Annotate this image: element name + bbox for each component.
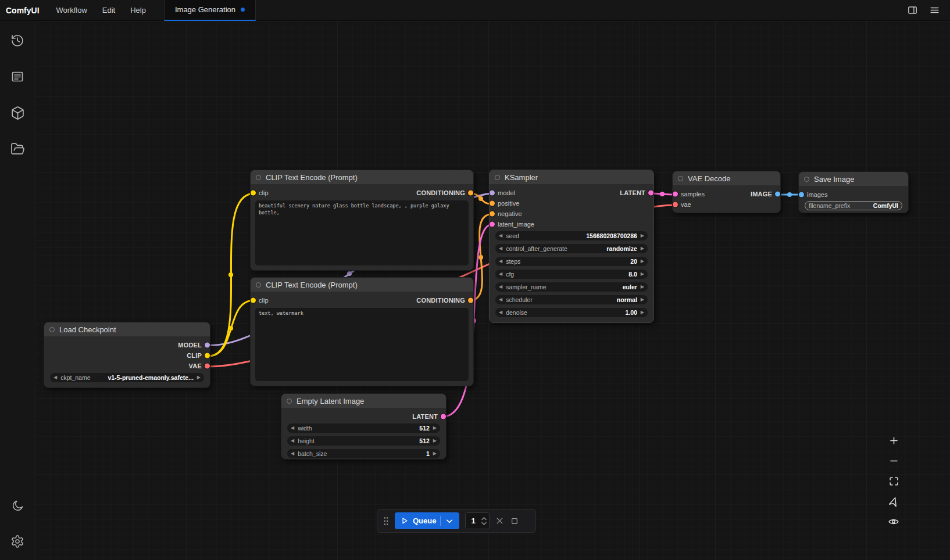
decrement-icon[interactable]: ◀ xyxy=(291,426,294,430)
increment-icon[interactable]: ▶ xyxy=(197,375,201,380)
workflows-icon[interactable] xyxy=(7,138,28,159)
denoise-widget[interactable]: ◀ denoise 1.00 ▶ xyxy=(495,308,648,317)
prompt-textarea[interactable]: beautiful scenery nature glass bottle la… xyxy=(255,200,469,265)
increment-icon[interactable]: ▶ xyxy=(641,297,644,302)
steps-widget[interactable]: ◀ steps 20 ▶ xyxy=(495,257,648,266)
menu-help[interactable]: Help xyxy=(130,6,146,15)
conditioning-output-dot[interactable] xyxy=(468,191,473,196)
collapse-dot-icon[interactable] xyxy=(678,176,683,181)
clip-output-dot[interactable] xyxy=(205,353,210,358)
node-header[interactable]: Empty Latent Image xyxy=(281,394,446,408)
node-header[interactable]: KSampler xyxy=(490,170,653,184)
decrement-icon[interactable]: ◀ xyxy=(499,272,502,277)
increment-icon[interactable]: ▶ xyxy=(641,272,644,277)
zoom-in-icon[interactable] xyxy=(885,432,902,448)
increment-icon[interactable]: ▶ xyxy=(433,426,437,430)
decrement-icon[interactable]: ◀ xyxy=(291,439,294,443)
collapse-dot-icon[interactable] xyxy=(804,177,809,182)
vae-input-dot[interactable] xyxy=(673,202,678,207)
settings-icon[interactable] xyxy=(7,531,28,552)
latent-output-dot[interactable] xyxy=(441,414,446,419)
increment-icon[interactable]: ▶ xyxy=(641,285,644,289)
latent-output-dot[interactable] xyxy=(648,191,653,196)
prompt-textarea[interactable]: text, watermark xyxy=(255,308,469,381)
increment-icon[interactable]: ▶ xyxy=(641,246,644,251)
height-widget[interactable]: ◀ height 512 ▶ xyxy=(287,436,440,446)
node-load-checkpoint[interactable]: Load Checkpoint MODEL CLIP VAE ◀ ckpt_na… xyxy=(44,322,210,388)
clip-input-dot[interactable] xyxy=(251,191,256,196)
step-down-icon[interactable] xyxy=(481,522,487,525)
batch-count-stepper[interactable]: 1 xyxy=(465,512,490,529)
scheduler-widget[interactable]: ◀ scheduler normal ▶ xyxy=(495,295,648,304)
theme-toggle-icon[interactable] xyxy=(7,495,28,516)
increment-icon[interactable]: ▶ xyxy=(433,439,437,443)
zoom-out-icon[interactable] xyxy=(885,453,902,469)
node-library-icon[interactable] xyxy=(7,66,28,87)
stop-icon[interactable] xyxy=(510,516,519,526)
ckpt-name-widget[interactable]: ◀ ckpt_name v1-5-pruned-emaonly.safete..… xyxy=(50,373,204,382)
samples-input-dot[interactable] xyxy=(673,192,678,197)
decrement-icon[interactable]: ◀ xyxy=(499,234,502,238)
cfg-widget[interactable]: ◀ cfg 8.0 ▶ xyxy=(495,270,648,279)
vae-output-dot[interactable] xyxy=(205,364,210,369)
close-icon[interactable] xyxy=(495,516,504,525)
increment-icon[interactable]: ▶ xyxy=(433,451,437,456)
image-output-dot[interactable] xyxy=(775,192,780,197)
chevron-down-icon[interactable] xyxy=(445,516,454,526)
collapse-dot-icon[interactable] xyxy=(256,175,261,180)
node-save-image[interactable]: Save Image images filename_prefix ComfyU… xyxy=(798,171,909,213)
filename-prefix-widget[interactable]: filename_prefix ComfyUI xyxy=(805,201,902,210)
node-clip-text-encode-positive[interactable]: CLIP Text Encode (Prompt) clip CONDITION… xyxy=(250,170,474,271)
collapse-dot-icon[interactable] xyxy=(287,399,292,404)
decrement-icon[interactable]: ◀ xyxy=(499,310,502,315)
decrement-icon[interactable]: ◀ xyxy=(291,451,294,456)
width-widget[interactable]: ◀ width 512 ▶ xyxy=(287,423,440,433)
history-icon[interactable] xyxy=(7,30,28,51)
increment-icon[interactable]: ▶ xyxy=(641,259,644,264)
node-header[interactable]: VAE Decode xyxy=(673,171,780,185)
menu-icon[interactable] xyxy=(926,2,943,19)
navigate-icon[interactable] xyxy=(885,493,902,509)
menu-workflow[interactable]: Workflow xyxy=(56,6,87,15)
tab-image-generation[interactable]: Image Generation xyxy=(164,0,256,21)
decrement-icon[interactable]: ◀ xyxy=(53,375,57,380)
increment-icon[interactable]: ▶ xyxy=(641,310,644,315)
decrement-icon[interactable]: ◀ xyxy=(499,259,502,264)
node-header[interactable]: Load Checkpoint xyxy=(44,322,210,336)
node-header[interactable]: CLIP Text Encode (Prompt) xyxy=(251,278,473,292)
node-ksampler[interactable]: KSampler model LATENT positive negative … xyxy=(489,170,654,323)
node-canvas[interactable]: Load Checkpoint MODEL CLIP VAE ◀ ckpt_na… xyxy=(35,21,950,560)
decrement-icon[interactable]: ◀ xyxy=(499,246,502,251)
control-after-generate-widget[interactable]: ◀ control_after_generate randomize ▶ xyxy=(495,244,648,253)
panel-toggle-icon[interactable] xyxy=(903,2,921,19)
decrement-icon[interactable]: ◀ xyxy=(499,285,502,289)
sampler-name-widget[interactable]: ◀ sampler_name euler ▶ xyxy=(495,282,648,292)
positive-input-dot[interactable] xyxy=(490,201,495,206)
latent-image-input-dot[interactable] xyxy=(490,222,495,227)
node-empty-latent-image[interactable]: Empty Latent Image LATENT ◀ width 512 ▶ … xyxy=(281,393,447,460)
decrement-icon[interactable]: ◀ xyxy=(499,297,502,302)
node-header[interactable]: CLIP Text Encode (Prompt) xyxy=(251,170,473,184)
collapse-dot-icon[interactable] xyxy=(495,175,500,180)
menu-edit[interactable]: Edit xyxy=(102,6,115,15)
seed-widget[interactable]: ◀ seed 156680208700286 ▶ xyxy=(495,231,648,240)
clip-input-dot[interactable] xyxy=(251,298,256,303)
step-up-icon[interactable] xyxy=(481,517,487,520)
conditioning-output-dot[interactable] xyxy=(468,298,473,303)
model-output-dot[interactable] xyxy=(205,343,210,348)
model-input-dot[interactable] xyxy=(490,191,495,196)
queue-button[interactable]: Queue xyxy=(395,512,459,529)
drag-handle-icon[interactable] xyxy=(383,516,389,526)
images-input-dot[interactable] xyxy=(799,192,804,198)
model-library-icon[interactable] xyxy=(7,102,28,123)
increment-icon[interactable]: ▶ xyxy=(641,234,644,238)
fit-view-icon[interactable] xyxy=(885,473,902,489)
toggle-visibility-icon[interactable] xyxy=(885,514,902,530)
negative-input-dot[interactable] xyxy=(490,211,495,217)
node-vae-decode[interactable]: VAE Decode samples IMAGE vae xyxy=(672,171,781,213)
batch-size-widget[interactable]: ◀ batch_size 1 ▶ xyxy=(287,449,440,458)
collapse-dot-icon[interactable] xyxy=(256,282,261,288)
node-header[interactable]: Save Image xyxy=(799,172,908,186)
collapse-dot-icon[interactable] xyxy=(49,327,55,332)
node-clip-text-encode-negative[interactable]: CLIP Text Encode (Prompt) clip CONDITION… xyxy=(250,277,474,386)
